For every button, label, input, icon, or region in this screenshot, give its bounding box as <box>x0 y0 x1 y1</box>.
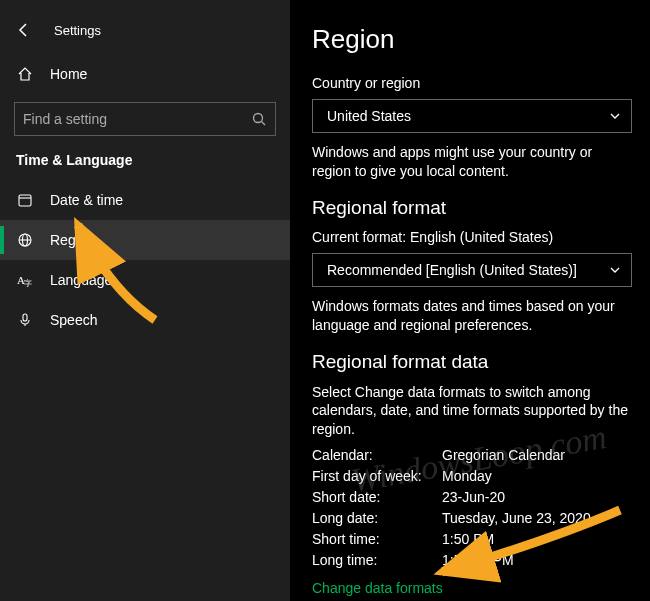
row-key: Long time: <box>312 552 442 568</box>
regional-format-heading: Regional format <box>312 197 632 219</box>
row-key: First day of week: <box>312 468 442 484</box>
search-wrap <box>14 102 276 136</box>
svg-line-1 <box>262 122 266 126</box>
country-value: United States <box>327 108 411 124</box>
chevron-down-icon <box>609 264 621 276</box>
data-desc: Select Change data formats to switch amo… <box>312 383 632 440</box>
row-val: Tuesday, June 23, 2020 <box>442 510 632 526</box>
row-key: Long date: <box>312 510 442 526</box>
header-row: Settings <box>0 10 290 50</box>
sidebar-item-date-time[interactable]: Date & time <box>0 180 290 220</box>
sidebar: Settings Home Time & Language Date & tim… <box>0 0 290 601</box>
row-key: Short date: <box>312 489 442 505</box>
format-value: Recommended [English (United States)] <box>327 262 577 278</box>
sidebar-item-language[interactable]: A字 Language <box>0 260 290 300</box>
svg-text:字: 字 <box>24 279 32 288</box>
sidebar-item-label: Date & time <box>50 192 123 208</box>
sidebar-item-speech[interactable]: Speech <box>0 300 290 340</box>
app-title: Settings <box>54 23 101 38</box>
search-icon <box>251 111 267 127</box>
country-label: Country or region <box>312 75 632 91</box>
page-title: Region <box>312 24 632 55</box>
chevron-down-icon <box>609 110 621 122</box>
clock-icon <box>16 191 34 209</box>
sidebar-item-home[interactable]: Home <box>0 54 290 94</box>
svg-rect-2 <box>19 195 31 206</box>
back-arrow-icon[interactable] <box>12 18 36 42</box>
sidebar-item-label: Region <box>50 232 94 248</box>
format-dropdown[interactable]: Recommended [English (United States)] <box>312 253 632 287</box>
svg-point-0 <box>254 114 263 123</box>
row-key: Short time: <box>312 531 442 547</box>
sidebar-item-label: Language <box>50 272 112 288</box>
home-icon <box>16 65 34 83</box>
category-heading: Time & Language <box>0 146 290 180</box>
row-key: Calendar: <box>312 447 442 463</box>
row-val: 1:50 PM <box>442 531 632 547</box>
nav-items: Date & time Region A字 Language Speech <box>0 180 290 340</box>
change-data-formats-link[interactable]: Change data formats <box>312 580 443 596</box>
row-val: 23-Jun-20 <box>442 489 632 505</box>
row-val: 1:50:36 PM <box>442 552 632 568</box>
language-icon: A字 <box>16 271 34 289</box>
search-input[interactable] <box>23 111 251 127</box>
row-val: Monday <box>442 468 632 484</box>
globe-icon <box>16 231 34 249</box>
main-content: Region Country or region United States W… <box>290 0 650 601</box>
svg-rect-9 <box>23 314 27 321</box>
row-val: Gregorian Calendar <box>442 447 632 463</box>
country-desc: Windows and apps might use your country … <box>312 143 632 181</box>
microphone-icon <box>16 311 34 329</box>
regional-format-data-heading: Regional format data <box>312 351 632 373</box>
sidebar-item-label: Speech <box>50 312 97 328</box>
search-box[interactable] <box>14 102 276 136</box>
home-label: Home <box>50 66 87 82</box>
current-format-label: Current format: English (United States) <box>312 229 632 245</box>
format-data-table: Calendar: Gregorian Calendar First day o… <box>312 447 632 568</box>
country-dropdown[interactable]: United States <box>312 99 632 133</box>
format-desc: Windows formats dates and times based on… <box>312 297 632 335</box>
sidebar-item-region[interactable]: Region <box>0 220 290 260</box>
